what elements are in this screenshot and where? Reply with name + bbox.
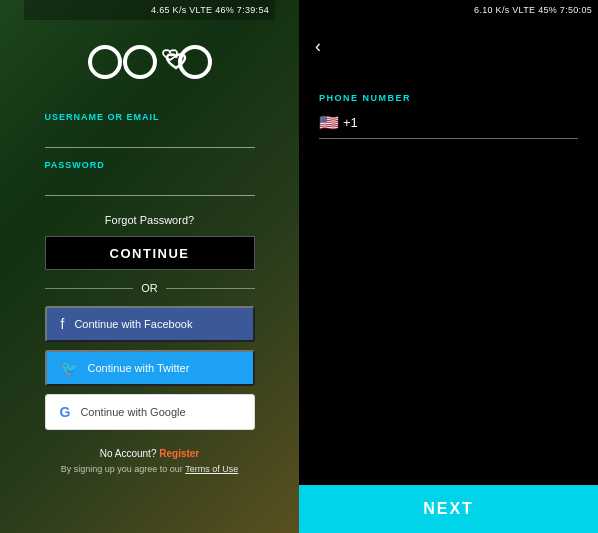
svg-point-0 — [90, 47, 120, 77]
terms-link[interactable]: Terms of Use — [185, 464, 238, 474]
svg-point-1 — [125, 47, 155, 77]
phone-input-row: 🇺🇸 +1 — [319, 113, 578, 139]
google-icon: G — [60, 404, 71, 420]
username-input[interactable] — [45, 126, 255, 148]
username-label: USERNAME OR EMAIL — [45, 112, 255, 122]
phone-label: PHONE NUMBER — [319, 93, 578, 103]
continue-button[interactable]: CONTINUE — [45, 236, 255, 270]
facebook-button[interactable]: f Continue with Facebook — [45, 306, 255, 342]
oovoo-logo — [85, 38, 215, 86]
twitter-icon: 🐦 — [61, 360, 78, 376]
left-content: 4.65 K/s VLTE 46% 7:39:54 — [0, 0, 299, 474]
or-text: OR — [141, 282, 158, 294]
forgot-password-text[interactable]: Forgot Password? — [45, 214, 255, 226]
status-bar-left-text: 4.65 K/s VLTE 46% 7:39:54 — [151, 5, 269, 15]
logo-container — [85, 38, 215, 90]
country-flag: 🇺🇸 — [319, 113, 339, 132]
right-spacer — [319, 139, 578, 485]
or-line-right — [166, 288, 255, 289]
right-panel: 6.10 K/s VLTE 45% 7:50:05 ‹ PHONE NUMBER… — [299, 0, 598, 533]
right-header: ‹ — [299, 20, 598, 73]
facebook-icon: f — [61, 316, 65, 332]
or-line-left — [45, 288, 134, 289]
flag-container[interactable]: 🇺🇸 +1 — [319, 113, 358, 132]
facebook-label: Continue with Facebook — [74, 318, 192, 330]
status-bar-left: 4.65 K/s VLTE 46% 7:39:54 — [24, 0, 275, 20]
register-link[interactable]: Register — [159, 448, 199, 459]
phone-number-input[interactable] — [366, 115, 578, 130]
google-label: Continue with Google — [80, 406, 185, 418]
terms-prefix: By signing up you agree to our — [61, 464, 183, 474]
next-button[interactable]: NEXT — [299, 485, 598, 533]
left-panel: 4.65 K/s VLTE 46% 7:39:54 — [0, 0, 299, 533]
password-group: PASSWORD — [45, 160, 255, 196]
google-button[interactable]: G Continue with Google — [45, 394, 255, 430]
no-account-section: No Account? Register — [100, 448, 200, 459]
twitter-label: Continue with Twitter — [88, 362, 190, 374]
twitter-button[interactable]: 🐦 Continue with Twitter — [45, 350, 255, 386]
username-group: USERNAME OR EMAIL — [45, 112, 255, 148]
or-divider: OR — [45, 282, 255, 294]
terms-section: By signing up you agree to our Terms of … — [61, 464, 238, 474]
status-bar-right: 6.10 K/s VLTE 45% 7:50:05 — [299, 0, 598, 20]
no-account-text: No Account? — [100, 448, 157, 459]
back-button[interactable]: ‹ — [315, 32, 329, 61]
right-main: PHONE NUMBER 🇺🇸 +1 — [299, 73, 598, 485]
password-label: PASSWORD — [45, 160, 255, 170]
password-input[interactable] — [45, 174, 255, 196]
country-code: +1 — [343, 115, 358, 130]
status-bar-right-text: 6.10 K/s VLTE 45% 7:50:05 — [474, 5, 592, 15]
